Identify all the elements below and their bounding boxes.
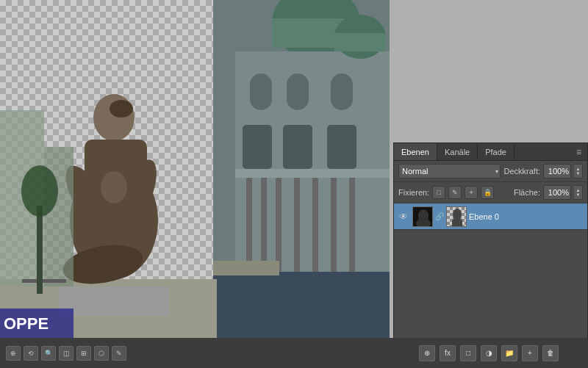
photo-layer: OPPE [0,0,390,338]
layer-item[interactable]: 👁 🔗 Ebene [394,203,587,230]
taskbar-icon-2[interactable]: ⟲ [24,346,38,361]
opacity-label: Deckkraft: [503,167,540,176]
canvas-area: OPPE [0,0,390,338]
svg-rect-7 [243,125,272,169]
fix-btn-paint[interactable]: ✎ [448,186,462,199]
fix-btn-all[interactable]: 🔒 [481,186,494,199]
layer-thumb-alpha [446,206,467,227]
svg-text:OPPE: OPPE [4,314,49,333]
opacity-value[interactable]: 100% [543,164,571,178]
svg-rect-31 [59,286,169,316]
svg-rect-9 [327,125,356,169]
svg-rect-44 [452,219,462,227]
layers-list: 👁 🔗 Ebene [394,203,587,342]
flaeche-value[interactable]: 100% [543,185,571,200]
svg-point-24 [93,94,135,141]
blend-row: Normal Auflösen Abdunkeln Multiplizieren… [394,161,587,182]
fix-btn-transform[interactable]: + [465,186,478,199]
btm-icon-del[interactable]: 🗑 [542,345,559,361]
taskbar-icon-3[interactable]: 🔍 [41,346,56,361]
bottom-tools: ⊕ fx □ ◑ 📁 + 🗑 [390,338,588,368]
btm-icon-fx[interactable]: fx [440,345,456,361]
svg-rect-37 [37,206,43,294]
taskbar-icon-1[interactable]: ⊕ [6,346,21,361]
svg-point-38 [21,165,58,217]
svg-rect-8 [283,125,312,169]
svg-point-43 [453,209,462,220]
right-panel-bg [393,0,588,142]
panel-menu-icon[interactable]: ≡ [570,147,587,157]
svg-point-30 [101,171,127,203]
tab-kanaele[interactable]: Kanäle [437,143,478,160]
taskbar-icon-4[interactable]: ◫ [59,346,74,361]
svg-rect-18 [334,33,386,51]
fix-row: Fixieren: □ ✎ + 🔒 Fläche: 100% ▲ ▼ [394,182,587,203]
svg-rect-20 [213,272,390,338]
taskbar-icon-7[interactable]: ✎ [112,346,126,361]
layer-visibility-toggle[interactable]: 👁 [397,210,410,223]
btm-icon-link[interactable]: ⊕ [419,345,435,361]
fix-btn-position[interactable]: □ [432,186,445,199]
btm-icon-new[interactable]: + [522,345,538,361]
taskbar-bottom: ⊕ ⟲ 🔍 ◫ ⊞ ⬡ ✎ [0,338,390,368]
layer-link-icon: 🔗 [435,212,444,220]
svg-rect-4 [250,73,272,110]
svg-rect-21 [213,261,279,275]
blend-mode-select[interactable]: Normal Auflösen Abdunkeln Multiplizieren [398,164,501,178]
flaeche-label: Fläche: [514,188,540,197]
flaeche-stepper[interactable]: ▲ ▼ [574,185,583,200]
blend-mode-wrapper[interactable]: Normal Auflösen Abdunkeln Multiplizieren… [398,164,501,178]
panel-tabs: Ebenen Kanäle Pfade ≡ [394,143,587,161]
tab-pfade[interactable]: Pfade [478,143,514,160]
btm-icon-mask2[interactable]: □ [460,345,476,361]
taskbar-icon-5[interactable]: ⊞ [76,346,91,361]
btm-icon-adj2[interactable]: ◑ [481,345,497,361]
layers-panel: Ebenen Kanäle Pfade ≡ Normal Auflösen Ab… [393,142,588,368]
opacity-stepper[interactable]: ▲ ▼ [574,164,583,178]
layer-name: Ebene 0 [469,212,584,221]
tab-ebenen[interactable]: Ebenen [394,143,437,160]
svg-rect-33 [44,147,74,286]
svg-rect-34 [22,279,66,283]
fix-label: Fixieren: [398,188,429,197]
svg-point-25 [110,100,133,118]
btm-icon-grp[interactable]: 📁 [501,345,517,361]
svg-rect-5 [287,73,309,110]
svg-rect-19 [235,169,390,178]
taskbar-icon-6[interactable]: ⬡ [94,346,109,361]
svg-rect-6 [331,73,353,110]
layer-thumb-dark [412,206,433,227]
